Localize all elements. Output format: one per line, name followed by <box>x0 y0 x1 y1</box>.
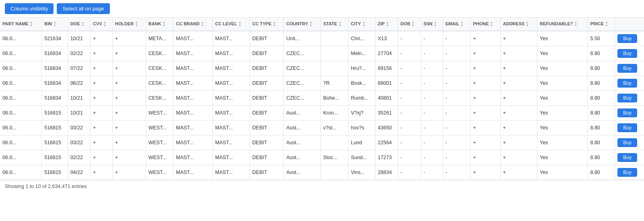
cell-bin: 516834 <box>42 91 68 106</box>
cell-bank: CESK... <box>146 46 173 61</box>
cell-ssn: - <box>421 46 443 61</box>
cell-email: - <box>443 91 471 106</box>
col-header-part_name[interactable]: PART NAME▲▼ <box>0 18 42 31</box>
cell-zip: 22564 <box>375 135 398 150</box>
buy-button[interactable]: Buy <box>617 79 637 88</box>
cell-bank: WEST... <box>146 106 173 121</box>
col-header-phone[interactable]: PHONE▲▼ <box>471 18 500 31</box>
cell-state <box>320 135 348 150</box>
cell-phone: + <box>471 135 500 150</box>
column-visibility-button[interactable]: Column visibility <box>5 3 54 14</box>
cell-ssn: - <box>421 165 443 180</box>
cell-cc_type: DEBIT <box>250 46 283 61</box>
cell-refundable: Yes <box>537 106 588 121</box>
cell-cc_brand: MAST... <box>173 46 213 61</box>
buy-button[interactable]: Buy <box>617 123 637 132</box>
col-header-cc_level[interactable]: CC LEVEL▲▼ <box>213 18 250 31</box>
cell-refundable: Yes <box>537 121 588 135</box>
cell-phone: + <box>471 46 500 61</box>
col-header-state[interactable]: STATE▲▼ <box>320 18 348 31</box>
col-header-bank[interactable]: BANK▲▼ <box>146 18 173 31</box>
cell-bin: 516815 <box>42 165 68 180</box>
buy-button[interactable]: Buy <box>617 138 637 147</box>
col-header-zip[interactable]: ZIP▲▼ <box>375 18 398 31</box>
col-header-city[interactable]: CITY▲▼ <box>348 18 375 31</box>
cell-doe: 03/22 <box>68 121 90 135</box>
buy-button[interactable]: Buy <box>617 168 637 177</box>
cell-price: 8.80 <box>588 76 615 91</box>
col-header-refundable[interactable]: REFUNDABLE?▲▼ <box>537 18 588 31</box>
buy-button[interactable]: Buy <box>617 64 637 73</box>
col-header-doe[interactable]: DOE▲▼ <box>68 18 90 31</box>
cell-zip: 40801 <box>375 91 398 106</box>
col-header-cc_type[interactable]: CC TYPE▲▼ <box>250 18 283 31</box>
cell-cc_brand: MAST... <box>173 165 213 180</box>
cell-holder: + <box>112 135 146 150</box>
cell-city: Lund <box>348 135 375 150</box>
cell-state: Bohe... <box>320 91 348 106</box>
cell-part_name: 06.0... <box>0 135 42 150</box>
cell-refundable: Yes <box>537 46 588 61</box>
cell-part_name: 06.0... <box>0 91 42 106</box>
cell-doe: 10/21 <box>68 91 90 106</box>
cell-cc_level: MAST... <box>213 135 250 150</box>
cell-country: Aust... <box>284 150 321 165</box>
col-header-dob[interactable]: DOB▲▼ <box>398 18 421 31</box>
cell-holder: + <box>112 106 146 121</box>
buy-button[interactable]: Buy <box>617 153 637 162</box>
table-row: 06.0...51681504/22++WEST...MAST...MAST..… <box>0 165 644 180</box>
col-header-action[interactable] <box>615 18 644 31</box>
table-row: 06.0...51681503/22++WEST...MAST...MAST..… <box>0 121 644 135</box>
cell-cc_level: MAST... <box>213 91 250 106</box>
cell-holder: + <box>112 76 146 91</box>
cell-refundable: Yes <box>537 91 588 106</box>
buy-button[interactable]: Buy <box>617 108 637 117</box>
cell-cvv: + <box>90 106 112 121</box>
cell-address: + <box>500 165 537 180</box>
cell-dob: - <box>398 76 421 91</box>
col-header-country[interactable]: COUNTRY▲▼ <box>284 18 321 31</box>
cell-dob: - <box>398 165 421 180</box>
col-header-price[interactable]: PRICE▲▼ <box>588 18 615 31</box>
cell-zip: 43650 <box>375 121 398 135</box>
select-all-button[interactable]: Select all on page <box>57 3 109 14</box>
entry-count: Showing 1 to 10 of 2,634,471 entries <box>5 184 87 189</box>
col-header-email[interactable]: EMAIL▲▼ <box>443 18 471 31</box>
cell-state <box>320 31 348 46</box>
buy-button[interactable]: Buy <box>617 94 637 102</box>
cell-email: - <box>443 121 471 135</box>
cell-cc_type: DEBIT <box>250 150 283 165</box>
cell-country: Aust... <box>284 165 321 180</box>
col-header-cc_brand[interactable]: CC BRAND▲▼ <box>173 18 213 31</box>
table-row: 06.0...51683407/22++CESK...MAST...MAST..… <box>0 61 644 76</box>
cell-price: 8.80 <box>588 46 615 61</box>
cell-zip: 17273 <box>375 150 398 165</box>
sort-icon: ▲▼ <box>273 21 276 27</box>
cell-cc_type: DEBIT <box>250 135 283 150</box>
col-header-cvv[interactable]: CVV▲▼ <box>90 18 112 31</box>
cell-refundable: Yes <box>537 76 588 91</box>
cell-email: - <box>443 61 471 76</box>
col-header-ssn[interactable]: SSN▲▼ <box>421 18 443 31</box>
cell-part_name: 06.0... <box>0 165 42 180</box>
cell-country: Aust... <box>284 121 321 135</box>
cell-cvv: + <box>90 91 112 106</box>
col-header-address[interactable]: ADDRESS▲▼ <box>500 18 537 31</box>
buy-button[interactable]: Buy <box>617 49 637 58</box>
col-header-bin[interactable]: BIN▲▼ <box>42 18 68 31</box>
col-header-holder[interactable]: HOLDER▲▼ <box>112 18 146 31</box>
cell-doe: 02/22 <box>68 150 90 165</box>
cell-doe: 04/22 <box>68 165 90 180</box>
table-row: 06.0...51683410/21++CESK...MAST...MAST..… <box>0 91 644 106</box>
cell-refundable: Yes <box>537 165 588 180</box>
cell-price: 8.80 <box>588 61 615 76</box>
cell-cvv: + <box>90 121 112 135</box>
cell-bank: CESK... <box>146 61 173 76</box>
buy-button[interactable]: Buy <box>617 34 637 43</box>
table-row: 06.0...51681510/21++WEST...MAST...MAST..… <box>0 106 644 121</box>
cell-cc_type: DEBIT <box>250 106 283 121</box>
cell-cc_level: MAST... <box>213 106 250 121</box>
cell-dob: - <box>398 150 421 165</box>
cell-zip: 68001 <box>375 76 398 91</box>
cell-bin: 516834 <box>42 76 68 91</box>
